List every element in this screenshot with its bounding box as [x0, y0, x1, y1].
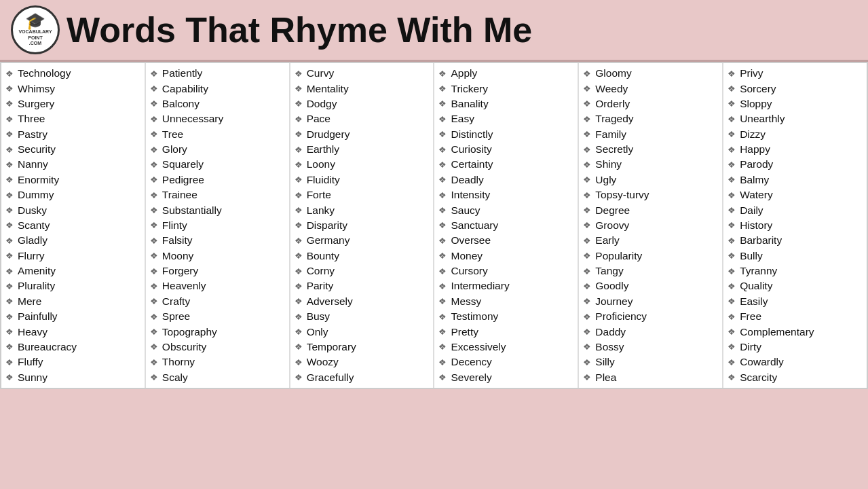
list-item: ❖Nanny [5, 157, 140, 172]
bullet-icon: ❖ [295, 98, 303, 109]
list-item: ❖Whimsy [5, 81, 140, 96]
list-item: ❖Severely [438, 370, 573, 385]
list-item: ❖Forte [295, 187, 430, 202]
list-item: ❖Messy [438, 294, 573, 309]
bullet-icon: ❖ [150, 175, 158, 185]
bullet-icon: ❖ [583, 281, 591, 291]
bullet-icon: ❖ [438, 145, 447, 155]
word-label: Thorny [162, 356, 195, 368]
word-label: Bossy [595, 341, 624, 353]
word-label: Parody [740, 158, 773, 170]
bullet-icon: ❖ [5, 145, 14, 155]
logo-icon: 🎓 [25, 13, 45, 29]
list-item: ❖Drudgery [295, 127, 430, 142]
bullet-icon: ❖ [583, 357, 591, 367]
word-label: Daily [740, 204, 763, 217]
bullet-icon: ❖ [583, 312, 591, 322]
list-item: ❖Fluidity [295, 173, 430, 187]
word-label: Pretty [451, 326, 478, 338]
list-item: ❖Cursory [438, 264, 573, 278]
bullet-icon: ❖ [438, 372, 447, 382]
bullet-icon: ❖ [295, 312, 303, 322]
bullet-icon: ❖ [5, 312, 14, 322]
list-item: ❖Goodly [583, 278, 718, 293]
list-item: ❖Excessively [438, 340, 573, 355]
list-item: ❖Thorny [150, 355, 285, 369]
bullet-icon: ❖ [295, 327, 303, 337]
bullet-icon: ❖ [5, 205, 14, 215]
word-label: Forte [307, 189, 331, 201]
column-5: ❖Gloomy❖Weedy❖Orderly❖Tragedy❖Family❖Sec… [579, 63, 723, 388]
word-label: Shiny [595, 158, 622, 170]
bullet-icon: ❖ [583, 251, 591, 261]
list-item: ❖Orderly [583, 96, 718, 111]
bullet-icon: ❖ [728, 84, 736, 94]
list-item: ❖Topsy-turvy [583, 187, 718, 202]
word-label: Popularity [595, 250, 642, 262]
word-label: Certainty [451, 158, 493, 170]
word-label: Squarely [162, 158, 204, 170]
word-label: Family [595, 128, 626, 141]
word-label: Trickery [451, 83, 488, 95]
word-label: Technology [18, 67, 71, 79]
list-item: ❖Secretly [583, 142, 718, 157]
list-item: ❖Forgery [150, 264, 285, 278]
list-item: ❖Ugly [583, 173, 718, 187]
bullet-icon: ❖ [728, 220, 736, 230]
list-item: ❖Earthly [295, 142, 430, 157]
word-label: Proficiency [595, 310, 647, 323]
word-label: Pace [307, 113, 331, 125]
bullet-icon: ❖ [728, 281, 736, 291]
word-label: Sanctuary [451, 219, 498, 232]
list-item: ❖Woozy [295, 355, 430, 369]
list-item: ❖Bully [728, 249, 863, 264]
word-label: Cowardly [740, 356, 784, 368]
list-item: ❖Daily [728, 202, 863, 217]
word-label: Tragedy [595, 113, 633, 125]
word-label: Silly [595, 356, 614, 368]
list-item: ❖Adversely [295, 294, 430, 309]
word-label: Patiently [162, 67, 202, 79]
word-label: Forgery [162, 265, 198, 277]
word-label: Dizzy [740, 128, 766, 141]
bullet-icon: ❖ [728, 160, 736, 170]
bullet-icon: ❖ [583, 175, 591, 185]
bullet-icon: ❖ [438, 342, 447, 352]
word-label: Enormity [18, 174, 59, 186]
word-label: Easily [740, 295, 768, 308]
word-label: Three [18, 113, 45, 125]
word-label: Ugly [595, 174, 616, 186]
word-label: Curiosity [451, 143, 491, 156]
bullet-icon: ❖ [438, 357, 447, 367]
bullet-icon: ❖ [728, 205, 736, 215]
bullet-icon: ❖ [728, 69, 736, 79]
word-label: Intensity [451, 189, 490, 201]
list-item: ❖Parity [295, 278, 430, 293]
bullet-icon: ❖ [5, 296, 14, 306]
word-label: Security [18, 143, 56, 156]
bullet-icon: ❖ [438, 266, 447, 276]
bullet-icon: ❖ [5, 266, 14, 276]
bullet-icon: ❖ [150, 251, 158, 261]
bullet-icon: ❖ [150, 372, 158, 382]
word-label: Banality [451, 98, 488, 110]
bullet-icon: ❖ [438, 190, 447, 200]
word-label: Bounty [307, 250, 339, 262]
word-label: Oversee [451, 234, 491, 247]
bullet-icon: ❖ [5, 129, 14, 139]
word-label: Scarcity [740, 372, 777, 384]
bullet-icon: ❖ [150, 69, 158, 79]
bullet-icon: ❖ [295, 145, 303, 155]
list-item: ❖Gloomy [583, 66, 718, 81]
list-item: ❖Sloppy [728, 96, 863, 111]
column-3: ❖Curvy❖Mentality❖Dodgy❖Pace❖Drudgery❖Ear… [290, 63, 435, 388]
word-label: Journey [595, 295, 633, 308]
word-label: Degree [595, 204, 630, 217]
list-item: ❖Surgery [5, 96, 140, 111]
word-label: Disparity [307, 219, 347, 232]
list-item: ❖Gracefully [295, 370, 430, 385]
bullet-icon: ❖ [295, 296, 303, 306]
word-label: Glory [162, 143, 187, 156]
word-label: Intermediary [451, 280, 509, 292]
list-item: ❖Cowardly [728, 355, 863, 369]
